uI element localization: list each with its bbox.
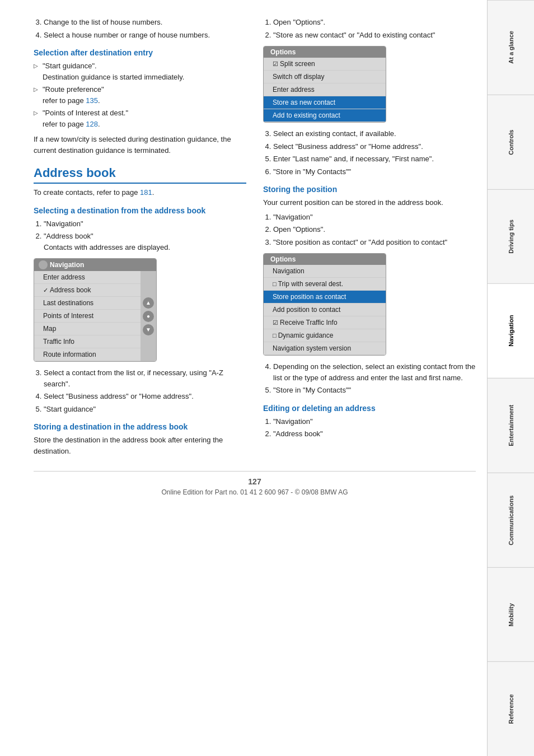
list-item: "Store position as contact" or "Add posi… bbox=[273, 237, 476, 248]
intro-list: Change to the list of house numbers. Sel… bbox=[44, 17, 246, 40]
navigation-screenshot: Navigation Enter address Address book La… bbox=[34, 258, 157, 362]
selection-note: If a new town/city is selected during de… bbox=[34, 134, 246, 156]
list-item: "Start guidance" bbox=[44, 404, 246, 415]
list-item: Select "Business address" or "Home addre… bbox=[273, 141, 476, 152]
list-item: "Store in "My Contacts"" bbox=[273, 385, 476, 396]
options-item: Trip with several dest. bbox=[264, 278, 386, 291]
nav-menu-list: Enter address Address book Last destinat… bbox=[34, 271, 140, 361]
list-item: "Navigation" bbox=[273, 416, 476, 427]
storing-position-intro: Your current position can be stored in t… bbox=[263, 197, 476, 208]
selecting-dest-title: Selecting a destination from the address… bbox=[34, 206, 246, 215]
nav-icon bbox=[39, 260, 48, 269]
options-item: Add position to contact bbox=[264, 304, 386, 316]
list-item: "Points of Interest at dest." refer to p… bbox=[34, 108, 246, 129]
storing-dest-title: Storing a destination in the address boo… bbox=[34, 422, 246, 431]
nav-menu-item: Traffic Info bbox=[34, 335, 140, 348]
storing-position-steps-after: Depending on the selection, select an ex… bbox=[273, 361, 476, 396]
options-screenshot-2: Options Navigation Trip with several des… bbox=[263, 253, 386, 356]
sidebar-tab-reference[interactable]: Reference bbox=[488, 661, 534, 756]
options-titlebar-2: Options bbox=[264, 254, 386, 265]
options-screenshot-1: Options Split screen Switch off display … bbox=[263, 46, 386, 123]
list-item: Select a house number or range of house … bbox=[44, 30, 246, 41]
nav-menu-item: Route information bbox=[34, 348, 140, 361]
list-item: "Navigation" bbox=[273, 212, 476, 223]
options-item: Navigation system version bbox=[264, 342, 386, 355]
nav-menu-item: Map bbox=[34, 323, 140, 335]
link-135[interactable]: 135 bbox=[86, 96, 98, 105]
list-item: Select a contact from the list or, if ne… bbox=[44, 367, 246, 389]
nav-menu-item: Enter address bbox=[34, 271, 140, 284]
options-item: Enter address bbox=[264, 83, 386, 96]
nav-menu-area: Enter address Address book Last destinat… bbox=[34, 271, 156, 361]
options-item: Store as new contact bbox=[264, 96, 386, 109]
page-footer: 127 Online Edition for Part no. 01 41 2 … bbox=[34, 471, 476, 502]
list-item: "Route preference" refer to page 135. bbox=[34, 84, 246, 106]
options-item: Receive Traffic Info bbox=[264, 316, 386, 329]
list-item: "Address book" bbox=[273, 428, 476, 440]
list-item: Depending on the selection, select an ex… bbox=[273, 361, 476, 383]
list-item: Enter "Last name" and, if necessary, "Fi… bbox=[273, 153, 476, 165]
two-col-layout: Change to the list of house numbers. Sel… bbox=[34, 17, 476, 460]
selection-title: Selection after destination entry bbox=[34, 48, 246, 57]
nav-down-btn: ▼ bbox=[143, 324, 154, 335]
list-item: Open "Options". bbox=[273, 17, 476, 28]
options-item: Navigation bbox=[264, 265, 386, 278]
sidebar-tab-navigation[interactable]: Navigation bbox=[488, 283, 534, 378]
list-item: "Address book" Contacts with addresses a… bbox=[44, 231, 246, 253]
page-number: 127 bbox=[34, 477, 476, 486]
sidebar-tab-at-a-glance[interactable]: At a glance bbox=[488, 0, 534, 95]
main-content: Change to the list of house numbers. Sel… bbox=[0, 0, 487, 756]
right-column: Open "Options". "Store as new contact" o… bbox=[263, 17, 476, 460]
footer-text: Online Edition for Part no. 01 41 2 600 … bbox=[34, 488, 476, 496]
list-item: Select "Business address" or "Home addre… bbox=[44, 391, 246, 402]
list-item: "Store as new contact" or "Add to existi… bbox=[273, 30, 476, 41]
options-titlebar-1: Options bbox=[264, 46, 386, 58]
nav-ok-btn: ● bbox=[143, 311, 154, 322]
right-intro-steps: Open "Options". "Store as new contact" o… bbox=[273, 17, 476, 40]
editing-steps: "Navigation" "Address book" bbox=[273, 416, 476, 440]
list-item: Select an existing contact, if available… bbox=[273, 128, 476, 139]
list-item: "Navigation" bbox=[44, 218, 246, 230]
storing-position-steps: "Navigation" Open "Options". "Store posi… bbox=[273, 212, 476, 248]
nav-screenshot-titlebar: Navigation bbox=[34, 259, 156, 271]
options-item: Switch off display bbox=[264, 71, 386, 83]
sidebar-tab-mobility[interactable]: Mobility bbox=[488, 567, 534, 662]
nav-up-btn: ▲ bbox=[143, 297, 154, 309]
nav-menu-item: Points of Interest bbox=[34, 310, 140, 323]
arrow-list: "Start guidance". Destination guidance i… bbox=[34, 60, 246, 129]
address-book-title: Address book bbox=[34, 166, 246, 184]
selecting-steps: "Navigation" "Address book" Contacts wit… bbox=[44, 218, 246, 253]
sidebar-tab-driving-tips[interactable]: Driving tips bbox=[488, 189, 534, 284]
list-item: "Store in "My Contacts"" bbox=[273, 166, 476, 178]
options-item: Split screen bbox=[264, 58, 386, 71]
page-wrapper: Change to the list of house numbers. Sel… bbox=[0, 0, 534, 756]
storing-dest-intro: Store the destination in the address boo… bbox=[34, 435, 246, 456]
sidebar-tab-communications[interactable]: Communications bbox=[488, 473, 534, 567]
list-item: Change to the list of house numbers. bbox=[44, 17, 246, 28]
selecting-steps-2: Select a contact from the list or, if ne… bbox=[44, 367, 246, 414]
options-item: Store position as contact bbox=[264, 291, 386, 304]
sidebar-tab-entertainment[interactable]: Entertainment bbox=[488, 378, 534, 473]
nav-menu-item: Address book bbox=[34, 284, 140, 297]
list-item: Open "Options". bbox=[273, 224, 476, 235]
options-item: Add to existing contact bbox=[264, 109, 386, 122]
left-column: Change to the list of house numbers. Sel… bbox=[34, 17, 246, 460]
sidebar: At a glance Controls Driving tips Naviga… bbox=[487, 0, 534, 756]
steps-after-1: Select an existing contact, if available… bbox=[273, 128, 476, 177]
storing-position-title: Storing the position bbox=[263, 185, 476, 194]
link-181[interactable]: 181 bbox=[140, 188, 152, 197]
link-128[interactable]: 128 bbox=[86, 120, 98, 128]
sidebar-tab-controls[interactable]: Controls bbox=[488, 95, 534, 189]
nav-controls: ▲ ● ▼ bbox=[140, 271, 156, 361]
address-book-intro: To create contacts, refer to page 181. bbox=[34, 187, 246, 198]
list-item: "Start guidance". Destination guidance i… bbox=[34, 60, 246, 82]
nav-menu-item: Last destinations bbox=[34, 297, 140, 310]
editing-title: Editing or deleting an address bbox=[263, 404, 476, 413]
options-item: Dynamic guidance bbox=[264, 329, 386, 342]
